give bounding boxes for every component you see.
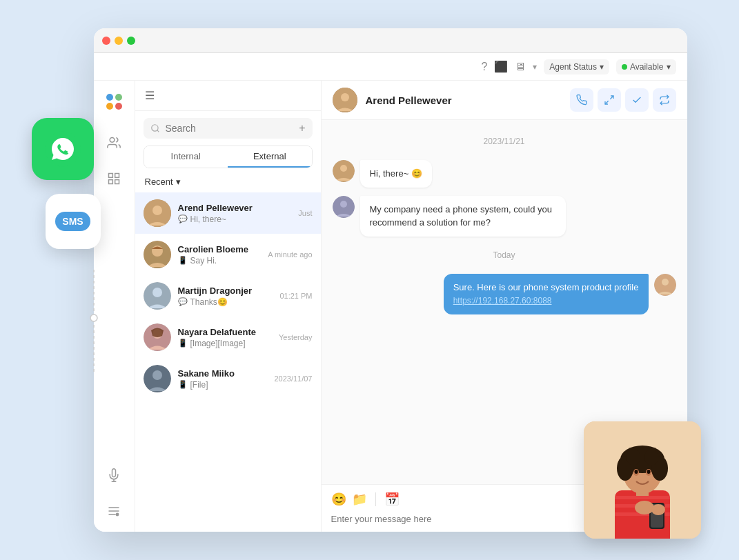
- message-row: Sure. Here is our phone system product p…: [333, 274, 676, 314]
- available-chevron: ▾: [667, 62, 671, 72]
- attachment-icon[interactable]: 📁: [352, 492, 367, 507]
- message-text: Sure. Here is our phone system product p…: [453, 282, 639, 292]
- recent-header[interactable]: Recent ▾: [135, 174, 321, 192]
- conversation-info: Carolien Bloeme 📱 Say Hi.: [178, 244, 262, 266]
- available-label: Available: [630, 62, 663, 72]
- sidebar-settings-icon[interactable]: [101, 499, 126, 523]
- message-link[interactable]: https://192.168.27.60:8088: [453, 296, 552, 306]
- message-bubble: Hi, there~ 😊: [360, 160, 432, 188]
- screen-icon[interactable]: ⬛: [494, 60, 508, 73]
- message-bubble: Sure. Here is our phone system product p…: [444, 274, 649, 314]
- whatsapp-float-icon: [32, 118, 94, 180]
- sms-float-icon: SMS: [46, 194, 101, 249]
- svg-point-35: [662, 279, 669, 286]
- logo: [101, 89, 126, 114]
- message-bubble: My company need a phone system, could yo…: [360, 196, 566, 237]
- svg-point-51: [647, 470, 650, 474]
- svg-point-14: [151, 125, 157, 131]
- message-preview: 💬 Hi, there~: [178, 214, 292, 224]
- svg-rect-7: [115, 180, 119, 184]
- svg-point-21: [152, 288, 162, 297]
- svg-point-54: [635, 501, 654, 514]
- svg-rect-38: [615, 496, 670, 499]
- conversations-panel: ☰ + Internal External Recent: [135, 81, 322, 532]
- list-item[interactable]: Carolien Bloeme 📱 Say Hi. A minute ago: [135, 234, 321, 275]
- contact-name: Nayara Delafuente: [178, 327, 272, 337]
- add-conversation-button[interactable]: +: [299, 122, 305, 134]
- message-time: 2023/11/07: [274, 374, 312, 383]
- logo-dot-red: [115, 103, 122, 110]
- tab-internal[interactable]: Internal: [144, 146, 228, 168]
- monitor-icon[interactable]: 🖥: [515, 61, 526, 73]
- transfer-button[interactable]: [653, 88, 676, 112]
- svg-point-33: [340, 201, 347, 208]
- recent-label: Recent: [145, 177, 173, 187]
- sidebar-users-icon[interactable]: [101, 130, 126, 155]
- avatar: [144, 365, 171, 392]
- svg-rect-6: [109, 180, 113, 184]
- tab-external[interactable]: External: [228, 146, 312, 168]
- available-status-dropdown[interactable]: Available ▾: [616, 59, 676, 74]
- preview-text: [File]: [190, 380, 208, 390]
- preview-text: Hi, there~: [190, 214, 226, 224]
- logo-dot-green: [115, 94, 122, 101]
- calendar-icon[interactable]: 📅: [384, 492, 400, 507]
- sms-label: SMS: [55, 212, 90, 231]
- sidebar-grid-icon[interactable]: [101, 166, 126, 191]
- monitor-chevron: ▾: [533, 62, 537, 72]
- message-preview: 📱 [Image][Image]: [178, 339, 272, 348]
- sidebar-mic-icon[interactable]: [101, 463, 126, 488]
- svg-point-46: [627, 449, 640, 466]
- search-bar: +: [144, 118, 313, 139]
- woman-figure: [584, 421, 701, 539]
- conversations-header: ☰: [135, 81, 321, 111]
- hamburger-icon[interactable]: ☰: [145, 89, 155, 102]
- svg-point-17: [152, 206, 162, 215]
- connector-lines: [87, 270, 101, 373]
- avatar: [144, 241, 171, 268]
- channel-icon: 📱: [178, 339, 188, 348]
- message-preview: 📱 [File]: [178, 380, 268, 390]
- tabs: Internal External: [144, 146, 313, 168]
- agent-status-chevron: ▾: [600, 62, 604, 72]
- message-text: Hi, there~ 😊: [370, 168, 422, 179]
- recent-chevron: ▾: [176, 177, 181, 187]
- help-icon[interactable]: ?: [481, 61, 487, 73]
- minimize-dot[interactable]: [115, 37, 123, 45]
- list-item[interactable]: Sakane Miiko 📱 [File] 2023/11/07: [135, 358, 321, 399]
- emoji-icon[interactable]: 😊: [331, 492, 346, 507]
- svg-line-15: [157, 130, 159, 132]
- logo-dot-orange: [106, 103, 113, 110]
- maximize-dot[interactable]: [127, 37, 135, 45]
- close-dot[interactable]: [102, 37, 110, 45]
- svg-point-50: [634, 470, 638, 474]
- channel-icon: 💬: [178, 214, 188, 223]
- avatar: [144, 282, 171, 310]
- agent-status-dropdown[interactable]: Agent Status ▾: [544, 59, 609, 74]
- message-row: My company need a phone system, could yo…: [333, 196, 676, 237]
- avatar: [144, 199, 171, 227]
- svg-line-28: [610, 96, 613, 99]
- svg-point-27: [341, 93, 349, 101]
- preview-text: [Image][Image]: [190, 339, 246, 348]
- message-text: My company need a phone system, could yo…: [370, 204, 552, 228]
- svg-point-47: [644, 449, 658, 466]
- chat-contact-name: Arend Pellewever: [366, 94, 562, 106]
- top-bar: ? ⬛ 🖥 ▾ Agent Status ▾ Available ▾: [94, 53, 687, 81]
- svg-rect-5: [115, 174, 119, 178]
- search-input[interactable]: [166, 123, 294, 134]
- agent-avatar: [654, 274, 676, 296]
- expand-button[interactable]: [598, 88, 621, 112]
- message-preview: 💬 Thanks😊: [178, 297, 273, 307]
- message-avatar: [333, 160, 355, 182]
- call-button[interactable]: [570, 88, 593, 112]
- svg-point-31: [340, 165, 347, 172]
- message-time: A minute ago: [268, 250, 312, 259]
- conversation-info: Arend Pellewever 💬 Hi, there~: [178, 203, 292, 224]
- message-time: Just: [298, 209, 312, 217]
- list-item[interactable]: Arend Pellewever 💬 Hi, there~ Just: [135, 192, 321, 234]
- list-item[interactable]: Martijn Dragonjer 💬 Thanks😊 01:21 PM: [135, 275, 321, 317]
- date-divider-today: Today: [333, 250, 676, 260]
- check-button[interactable]: [625, 88, 649, 112]
- list-item[interactable]: Nayara Delafuente 📱 [Image][Image] Yeste…: [135, 317, 321, 358]
